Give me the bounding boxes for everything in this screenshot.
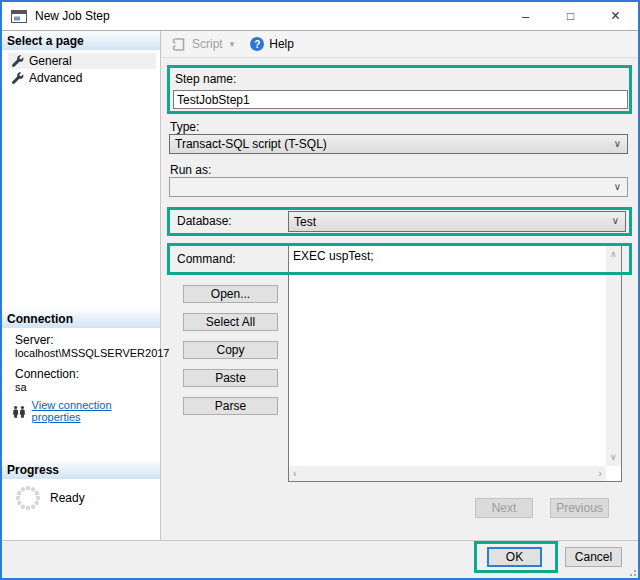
type-label: Type:: [170, 120, 199, 134]
step-name-input[interactable]: [173, 90, 628, 109]
dialog-window-icon: [11, 10, 27, 23]
connection-header: Connection: [2, 309, 160, 328]
minimize-button[interactable]: –: [503, 2, 548, 30]
progress-spinner-icon: [14, 484, 42, 512]
command-textarea[interactable]: EXEC uspTest; ∧ ∨ ‹ ›: [288, 245, 622, 482]
run-as-dropdown[interactable]: ∨: [169, 177, 628, 197]
close-button[interactable]: ×: [593, 2, 638, 30]
ok-button[interactable]: OK: [487, 547, 542, 567]
chevron-down-icon: ∨: [612, 215, 619, 226]
new-job-step-dialog: New Job Step – □ × Select a page General…: [0, 0, 640, 580]
window-title: New Job Step: [35, 9, 110, 23]
database-dropdown[interactable]: Test ∨: [288, 211, 626, 232]
database-dropdown-value: Test: [294, 215, 316, 229]
script-button[interactable]: Script: [192, 37, 223, 51]
maximize-button[interactable]: □: [548, 2, 593, 30]
type-dropdown[interactable]: Transact-SQL script (T-SQL) ∨: [169, 134, 628, 154]
server-value: localhost\MSSQLSERVER2017: [15, 347, 170, 359]
wrench-icon: [12, 55, 24, 67]
chevron-down-icon: ∨: [614, 138, 621, 149]
select-all-button[interactable]: Select All: [183, 313, 278, 331]
sidebar-item-label: Advanced: [29, 71, 82, 85]
scroll-down-icon[interactable]: ∨: [610, 453, 617, 462]
footer: [2, 541, 638, 578]
scroll-up-icon[interactable]: ∧: [610, 250, 617, 259]
select-a-page-header: Select a page: [2, 31, 160, 50]
scroll-right-icon[interactable]: ›: [598, 469, 602, 478]
title-bar: New Job Step – □ ×: [2, 2, 638, 30]
connection-value: sa: [15, 381, 27, 393]
step-name-label: Step name:: [175, 72, 236, 86]
help-icon: ?: [250, 37, 264, 51]
open-button[interactable]: Open...: [183, 285, 278, 303]
parse-button[interactable]: Parse: [183, 397, 278, 415]
cancel-button[interactable]: Cancel: [565, 547, 622, 567]
command-text: EXEC uspTest;: [293, 249, 603, 263]
help-button[interactable]: Help: [269, 37, 294, 51]
sidebar-item-general[interactable]: General: [8, 53, 156, 69]
sidebar: Select a page General Advanced Connectio…: [2, 31, 161, 540]
sidebar-item-label: General: [29, 54, 72, 68]
database-label: Database:: [177, 214, 232, 228]
next-button[interactable]: Next: [475, 498, 533, 518]
horizontal-scrollbar[interactable]: ‹ ›: [289, 466, 606, 481]
vertical-scrollbar[interactable]: ∧ ∨: [606, 246, 621, 466]
progress-header: Progress: [2, 460, 160, 479]
paste-button[interactable]: Paste: [183, 369, 278, 387]
copy-button[interactable]: Copy: [183, 341, 278, 359]
resize-grip[interactable]: [628, 568, 636, 576]
view-connection-properties-link[interactable]: View connection properties: [32, 399, 160, 423]
command-label: Command:: [177, 252, 236, 266]
run-as-label: Run as:: [170, 163, 211, 177]
chevron-down-icon: ∨: [614, 181, 621, 192]
scroll-left-icon[interactable]: ‹: [293, 469, 297, 478]
server-label: Server:: [15, 333, 54, 347]
dialog-toolbar: Script ▾ ? Help: [162, 31, 638, 58]
sidebar-item-advanced[interactable]: Advanced: [8, 70, 156, 86]
type-dropdown-value: Transact-SQL script (T-SQL): [175, 137, 327, 151]
previous-button[interactable]: Previous: [550, 498, 609, 518]
connection-properties-icon: [12, 405, 27, 418]
script-icon: [171, 37, 187, 52]
script-dropdown-icon[interactable]: ▾: [230, 39, 235, 49]
wrench-icon: [12, 72, 24, 84]
connection-label: Connection:: [15, 367, 79, 381]
progress-status: Ready: [50, 491, 85, 505]
